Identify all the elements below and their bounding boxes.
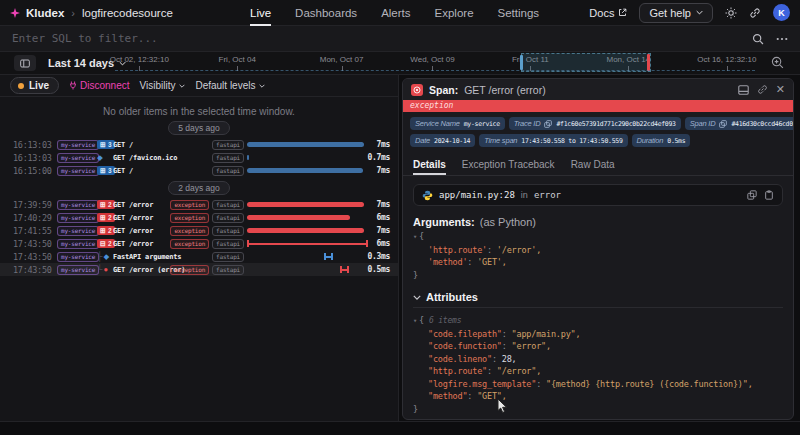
service-tag[interactable]: my-service [57,153,99,163]
sql-filter-input[interactable] [12,32,752,45]
detail-tab-raw-data[interactable]: Raw Data [571,156,615,175]
theme-toggle-button[interactable] [725,7,737,19]
close-icon[interactable]: ✕ [776,84,785,95]
nav-tab-explore[interactable]: Explore [435,0,474,26]
chip-value: 2024-10-14 [434,137,470,145]
logfire-logo-icon[interactable] [10,8,20,18]
default-levels-dropdown[interactable]: Default levels [195,80,265,91]
trace-row[interactable]: 16:13:03my-service⊞3GET /fastapi7ms [0,138,398,151]
row-duration: 0.3ms [367,252,390,261]
service-tag[interactable]: my-service [57,252,99,262]
service-tag[interactable]: my-service [57,265,99,275]
chip-trace-id: Trace ID#f1c60e57391d771c290c0b22cd4ef09… [509,117,681,130]
dock-panel-icon[interactable] [738,85,749,95]
code-key: 'method' [428,257,467,267]
tag-exception[interactable]: exception [170,200,209,210]
service-tag[interactable]: my-service [57,226,99,236]
org-name[interactable]: Kludex [26,7,64,19]
row-duration: 7ms [376,140,390,149]
time-group-pill: 5 days ago [168,121,230,135]
collapse-chevron-icon[interactable]: ▾ [413,317,417,325]
disconnect-button[interactable]: Disconnect [69,80,129,91]
tag-fastapi[interactable]: fastapi [212,239,244,249]
row-marker: ⊞3 [97,166,115,175]
clipboard-icon[interactable] [764,190,774,200]
trace-row[interactable]: 16:13:03my-service◆GET /favicon.icofasta… [0,151,398,164]
row-duration: 7ms [376,200,390,209]
children-count-badge[interactable]: ⊟2 [97,239,115,248]
row-tags: exceptionfastapi [166,265,244,275]
tag-fastapi[interactable]: fastapi [212,166,244,176]
trace-row[interactable]: 17:43:50my-service└●GET /error (error)ex… [0,263,398,276]
tag-exception[interactable]: exception [170,213,209,223]
expand-toggle-icon: ⊟ [100,240,106,247]
more-options-icon[interactable] [776,37,788,41]
nav-tab-alerts[interactable]: Alerts [381,0,410,26]
docs-link[interactable]: Docs [589,7,627,19]
children-count-badge[interactable]: ⊞2 [97,200,115,209]
copy-link-icon[interactable] [757,84,768,95]
share-link-button[interactable] [749,7,761,19]
trace-row[interactable]: 17:40:29my-service⊞2GET /errorexceptionf… [0,211,398,224]
copy-icon [719,120,727,128]
close-brace: } [413,270,418,280]
nav-tab-settings[interactable]: Settings [498,0,540,26]
tag-fastapi[interactable]: fastapi [212,265,244,275]
user-avatar[interactable]: K [773,4,790,21]
tag-fastapi[interactable]: fastapi [212,200,244,210]
service-tag[interactable]: my-service [57,200,99,210]
nav-tab-live[interactable]: Live [250,0,271,26]
tag-fastapi[interactable]: fastapi [212,213,244,223]
detail-tab-exception-traceback[interactable]: Exception Traceback [462,156,555,175]
nav-tab-dashboards[interactable]: Dashboards [295,0,357,26]
code-location-link[interactable]: app/main.py:28 [439,190,515,200]
timeline-tick-label: Mon, Oct 07 [320,55,364,64]
tag-fastapi[interactable]: fastapi [212,252,244,262]
children-count-badge[interactable]: ⊞2 [97,226,115,235]
trace-row[interactable]: 17:41:55my-service⊞2GET /errorexceptionf… [0,224,398,237]
code-location-separator: in [521,190,528,200]
span-name: GET /error [113,214,153,222]
children-count-badge[interactable]: ⊞3 [97,166,115,175]
collapse-chevron-icon[interactable]: ▾ [413,233,417,241]
code-colon: : [467,391,477,401]
service-tag[interactable]: my-service [57,213,99,223]
item-count-label: 6 items [429,316,461,325]
copy-icon[interactable] [719,120,727,128]
live-toggle-button[interactable]: Live [10,77,59,94]
search-icon[interactable] [752,33,764,45]
trace-row[interactable]: 17:43:50my-service⊟2GET /errorexceptionf… [0,237,398,250]
service-tag[interactable]: my-service [57,239,99,249]
children-count-badge[interactable]: ⊞2 [97,213,115,222]
collapse-chevron-icon[interactable] [413,295,421,300]
tag-fastapi[interactable]: fastapi [212,140,244,150]
tag-fastapi[interactable]: fastapi [212,153,244,163]
detail-tab-details[interactable]: Details [413,156,446,175]
trace-row[interactable]: 16:15:00my-service⊞3GET /fastapi7ms [0,164,398,177]
trace-row[interactable]: 17:39:59my-service⊞2GET /errorexceptionf… [0,198,398,211]
selection-left-handle[interactable] [520,55,523,70]
get-help-button[interactable]: Get help [639,3,713,23]
service-tag[interactable]: my-service [57,140,99,150]
copy-icon[interactable] [747,190,757,200]
code-close-line: } [413,403,783,416]
timeline-track[interactable]: Oct 02, 12:32:10Fri, Oct 04Mon, Oct 07We… [115,52,755,74]
zoom-in-button[interactable] [771,56,784,69]
span-title-label: Span: [429,84,458,96]
tag-exception[interactable]: exception [170,265,209,275]
service-tag[interactable]: my-service [57,166,99,176]
project-name[interactable]: logfirecodesource [82,7,173,19]
tag-fastapi[interactable]: fastapi [212,226,244,236]
trace-row[interactable]: 17:43:50my-service├◆FastAPI argumentsfas… [0,250,398,263]
open-brace: { [419,231,424,241]
chip-date: Date2024-10-14 [410,134,475,147]
tag-exception[interactable]: exception [170,239,209,249]
visibility-dropdown[interactable]: Visibility [139,80,185,91]
tag-exception[interactable]: exception [170,226,209,236]
sidebar-toggle-button[interactable] [14,55,36,71]
children-count-badge[interactable]: ⊞3 [97,140,115,149]
panel-icon [20,59,30,68]
children-count: 3 [108,167,112,174]
timeline-selection[interactable] [521,53,651,72]
copy-icon[interactable] [544,120,552,128]
